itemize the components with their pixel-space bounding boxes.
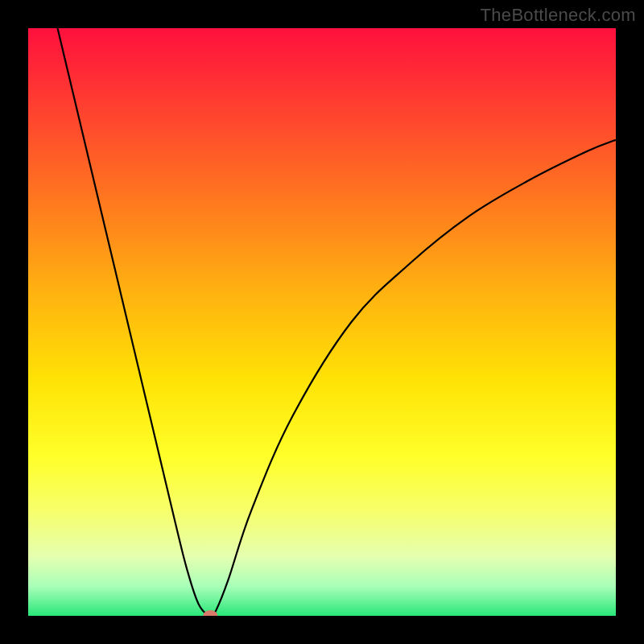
- curve-path: [58, 28, 617, 616]
- plot-area: [28, 28, 616, 616]
- bottleneck-curve: [28, 28, 616, 616]
- watermark-label: TheBottleneck.com: [481, 5, 636, 26]
- chart-frame: TheBottleneck.com: [0, 0, 644, 644]
